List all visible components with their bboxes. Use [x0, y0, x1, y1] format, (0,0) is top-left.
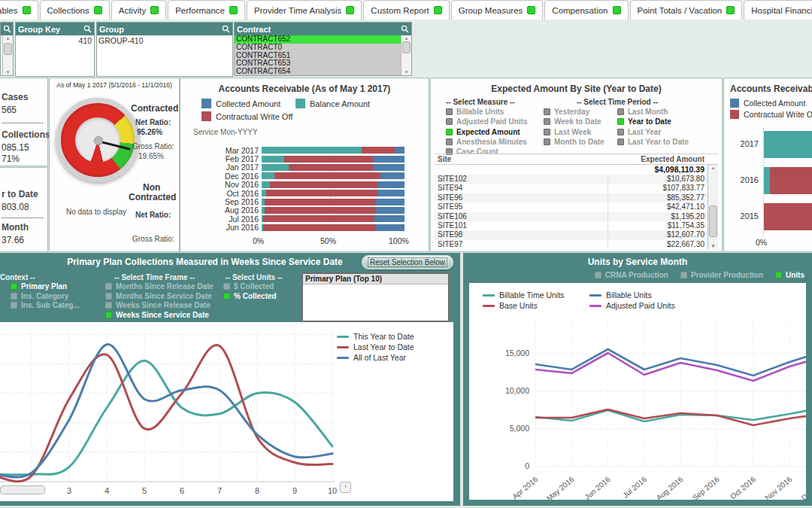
table-row[interactable]: SITE106$1,195.20 — [435, 212, 718, 221]
table-row[interactable]: SITE95$42,471.10 — [435, 202, 718, 211]
ar-bar-segment-blue — [373, 156, 404, 163]
time-frame-weeks-since-release-date[interactable]: Weeks Since Release Date — [105, 301, 211, 309]
ar-bar-row[interactable]: Nov 2016 — [194, 181, 409, 189]
time-period-month-to-date[interactable]: Month to Date — [544, 138, 604, 146]
units-line-chart: 05,00010,00015,000Apr 2016May 2016Jun 20… — [469, 283, 806, 500]
contract-item[interactable]: CONTRACT0 — [235, 44, 401, 52]
unselected-indicator — [105, 302, 112, 309]
ar-bar-row[interactable]: Mar 2017 — [194, 146, 409, 154]
context-ins-category[interactable]: Ins. Category — [11, 292, 68, 300]
weeks-title: Primary Plan Collections Measured in Wee… — [0, 257, 410, 267]
ar-bar-row[interactable]: Jun 2016 — [194, 224, 409, 232]
table-header: Site Expected Amount — [435, 154, 718, 165]
scrollbar-vertical[interactable]: ▲▼ — [707, 165, 718, 249]
selected-indicator — [11, 283, 17, 290]
nc-net-ratio-label: Net Ratio: — [135, 211, 171, 219]
tab-ables[interactable]: ables — [0, 0, 38, 20]
time-frame-weeks-since-service-date[interactable]: Weeks Since Service Date — [105, 311, 209, 319]
search-icon[interactable] — [222, 25, 230, 33]
table-row[interactable]: SITE97$22,667.30 — [435, 240, 718, 249]
unselected-indicator — [105, 283, 112, 290]
time-period-last-year[interactable]: Last Year — [617, 128, 661, 136]
arr-bar-segment-teal — [764, 131, 812, 158]
ar-bar-segment-teal — [262, 172, 274, 179]
table-body: SITE102$10,673.80SITE94$107,833.77SITE96… — [435, 175, 718, 249]
measure-crna-production[interactable]: CRNA Production — [595, 271, 668, 279]
measure-anesthesia-minutes[interactable]: Anesthesia Minutes — [446, 138, 527, 146]
ar-tick-50: 50% — [320, 236, 336, 245]
measure-provider-production[interactable]: Provider Production — [680, 271, 763, 279]
tab-group-measures[interactable]: Group Measures — [451, 0, 544, 20]
table-row[interactable]: SITE101$11,754.35 — [435, 221, 718, 230]
group-title: Group — [99, 25, 124, 34]
contract-item[interactable]: CONTRACT654 — [235, 68, 401, 75]
time-period-yesterday[interactable]: Yesterday — [544, 108, 589, 116]
table-row[interactable]: SITE98$12,607.70 — [435, 230, 718, 239]
unselected-indicator — [446, 138, 453, 145]
tab-point-totals-vacation[interactable]: Point Totals / Vacation — [630, 0, 743, 20]
ar-bar-row[interactable]: Dec 2016 — [194, 172, 409, 180]
measure-units[interactable]: Units — [775, 271, 804, 279]
tab-custom-report[interactable]: Custom Report — [363, 0, 449, 20]
time-period-last-year-to-date[interactable]: Last Year to Date — [617, 138, 689, 146]
group-value[interactable]: GROUP-410 — [98, 36, 144, 45]
tab-provider-time-analysis[interactable]: Provider Time Analysis — [247, 0, 362, 20]
ar-bar-row[interactable]: Feb 2017 — [194, 154, 409, 163]
time-frame-months-since-service-date[interactable]: Months Since Service Date — [105, 292, 212, 300]
contract-filter[interactable]: Contract CONTRACT652CONTRACT0CONTRACT651… — [234, 22, 412, 76]
time-frame-months-since-release-date[interactable]: Months Since Release Date — [105, 282, 214, 291]
gauge-cap — [94, 136, 103, 145]
ar-bar-segment-red — [284, 156, 373, 163]
group-key-value[interactable]: 410 — [78, 36, 92, 45]
scroll-next-button[interactable]: › — [340, 482, 351, 493]
context-primary-plan[interactable]: Primary Plan — [11, 282, 67, 291]
unselected-indicator — [11, 302, 17, 309]
tab-activity[interactable]: Activity — [111, 0, 166, 20]
search-icon[interactable] — [401, 25, 409, 33]
scrollbar-horizontal[interactable] — [0, 485, 45, 494]
tab-compensation[interactable]: Compensation — [544, 0, 628, 20]
divider — [2, 123, 44, 123]
measure-expected-amount[interactable]: Expected Amount — [446, 128, 520, 136]
tab-hospital-financials[interactable]: Hospital Financials — [744, 0, 812, 20]
select-time-period-header: -- Select Time Period -- — [557, 98, 677, 106]
selected-indicator — [223, 293, 230, 300]
units--collected[interactable]: $ Collected — [223, 282, 274, 291]
tab-status-icon — [94, 6, 102, 14]
ar-bar-row[interactable]: Sep 2016 — [194, 197, 409, 205]
time-period-last-month[interactable]: Last Month — [617, 108, 668, 116]
primary-plan-listbox[interactable]: Primary Plan (Top 10) — [301, 272, 450, 322]
search-icon[interactable] — [83, 25, 92, 33]
ar-bar-row[interactable]: Jan 2017 — [194, 163, 409, 172]
tab-performance[interactable]: Performance — [168, 0, 245, 20]
table-row[interactable]: SITE96$85,352.77 — [435, 193, 718, 202]
tab-status-icon — [434, 6, 442, 14]
reset-selection-button[interactable]: Reset Selection Below — [362, 255, 453, 269]
ar-bar-segment-red — [289, 164, 373, 171]
units--collected[interactable]: % Collected — [223, 292, 277, 300]
table-row[interactable]: SITE102$10,673.80 — [435, 175, 718, 184]
table-row[interactable]: SITE94$107,833.77 — [435, 184, 718, 193]
filter-box-partial[interactable]: ▲▼ — [0, 22, 14, 76]
time-period-last-week[interactable]: Last Week — [544, 128, 591, 136]
time-period-week-to-date[interactable]: Week to Date — [544, 117, 601, 126]
ar-bar-segment-blue — [380, 172, 404, 179]
ar-bar-segment-blue — [395, 147, 404, 154]
measure-adjusted-paid-units[interactable]: Adjusted Paid Units — [446, 117, 527, 126]
legend-writeoff: Contractual Write Off — [201, 111, 292, 121]
context-ins-sub-categ-[interactable]: Ins. Sub Categ... — [11, 301, 80, 309]
ar-bar-row[interactable]: Jul 2016 — [194, 214, 409, 223]
ar-bar — [262, 147, 404, 154]
ar-bar-row[interactable]: Aug 2016 — [194, 206, 409, 214]
tab-collections[interactable]: Collections — [40, 0, 110, 20]
ar-bar — [262, 181, 404, 188]
time-period-year-to-date[interactable]: Year to Date — [617, 117, 671, 126]
group-filter[interactable]: Group GROUP-410 — [96, 22, 233, 77]
ar-bar-row[interactable]: Oct 2016 — [194, 189, 409, 197]
amount-cell: $1,195.20 — [607, 212, 718, 221]
legend-swatch — [201, 111, 211, 121]
measure-billable-units[interactable]: Billable Units — [446, 108, 504, 116]
scrollbar-vertical[interactable]: ▲▼ — [2, 35, 13, 75]
scrollbar-vertical[interactable]: ▲▼ — [401, 35, 411, 75]
group-key-filter[interactable]: Group Key 410 — [15, 22, 95, 77]
